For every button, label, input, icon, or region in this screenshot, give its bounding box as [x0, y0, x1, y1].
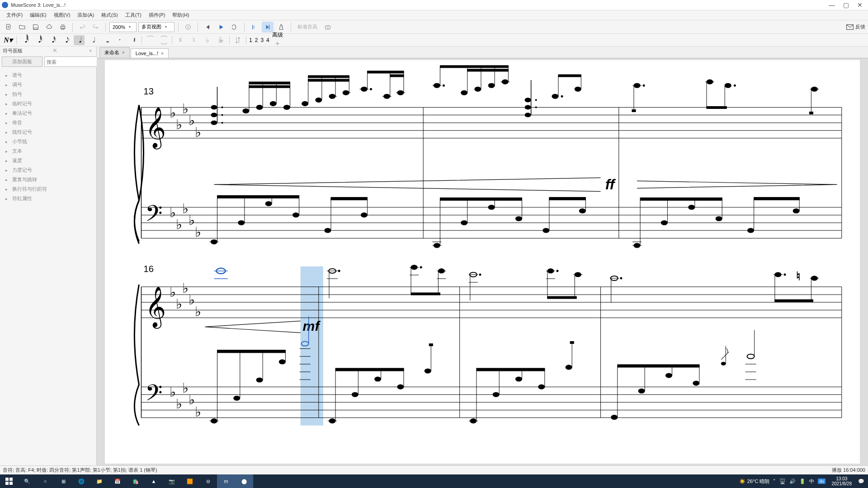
rewind-button[interactable] — [202, 22, 213, 33]
palette-item-tempo[interactable]: 速度 — [0, 156, 96, 165]
loop-button[interactable] — [229, 22, 241, 33]
tray-network-icon[interactable]: 🖥️ — [779, 479, 786, 484]
play-button[interactable] — [215, 22, 227, 33]
print-button[interactable] — [57, 22, 69, 33]
palette-item-clefs[interactable]: 谱号 — [0, 70, 96, 80]
taskbar-edge[interactable]: 🌐 — [72, 474, 90, 488]
palette-item-lines[interactable]: 线性记号 — [0, 127, 96, 137]
note-input-button[interactable]: N▾ — [3, 35, 14, 45]
tray-app-icon[interactable]: du — [818, 479, 825, 484]
palette-item-repeats[interactable]: 重复与跳转 — [0, 175, 96, 184]
palette-item-barlines[interactable]: 小节线 — [0, 137, 96, 146]
new-file-button[interactable] — [3, 22, 14, 33]
menu-file[interactable]: 文件(F) — [3, 12, 26, 19]
close-button[interactable]: ✕ — [857, 1, 863, 9]
camera-button[interactable] — [322, 22, 334, 33]
svg-rect-166 — [640, 198, 722, 201]
tray-ime[interactable]: 中 — [809, 478, 814, 485]
workspace-combo[interactable]: 高级 — [272, 31, 308, 39]
svg-point-88 — [475, 87, 481, 91]
palette-item-dynamics[interactable]: 力度记号 — [0, 165, 96, 175]
palette-item-keysig[interactable]: 调号 — [0, 80, 96, 89]
metronome-button[interactable] — [275, 22, 287, 33]
cortana-button[interactable]: ○ — [36, 474, 54, 488]
menu-plugins[interactable]: 插件(P) — [145, 12, 169, 19]
tray-chevron-icon[interactable]: ˄ — [773, 479, 776, 484]
note-dot[interactable]: · — [114, 35, 125, 45]
menu-add[interactable]: 添加(A) — [74, 12, 98, 19]
open-file-button[interactable] — [16, 22, 28, 33]
tie-button[interactable]: ⁀ — [145, 35, 156, 45]
taskview-button[interactable]: ⊞ — [54, 474, 72, 488]
taskbar-explorer[interactable]: 📁 — [90, 474, 108, 488]
add-palette-button[interactable]: 添加面板 — [2, 56, 42, 67]
voice-3[interactable]: 3 — [260, 37, 264, 43]
palette-item-grace[interactable]: 倚音 — [0, 118, 96, 127]
redo-button[interactable] — [90, 22, 102, 33]
svg-point-248 — [279, 360, 285, 364]
voice-2[interactable]: 2 — [255, 37, 258, 43]
search-button[interactable]: 🔍 — [18, 474, 36, 488]
tab-love-is[interactable]: Love_is...!× — [131, 48, 169, 58]
minimize-button[interactable]: — — [829, 1, 835, 9]
slur-button[interactable]: ⁐ — [158, 35, 169, 45]
note-16th[interactable]: 𝅘𝅥𝅰 — [47, 35, 57, 45]
repeat-end-button[interactable] — [262, 22, 274, 33]
image-capture-button[interactable] — [182, 22, 194, 33]
taskbar-store[interactable]: 🛍️ — [127, 474, 145, 488]
double-flat-button[interactable]: 𝄫 — [216, 35, 226, 45]
tray-battery-icon[interactable]: 🔋 — [799, 479, 806, 484]
taskbar-musescore[interactable]: m — [217, 474, 235, 488]
menu-edit[interactable]: 编辑(E) — [26, 12, 50, 19]
feedback-button[interactable]: 反馈 — [846, 23, 865, 30]
menu-view[interactable]: 视图(V) — [50, 12, 74, 19]
zoom-combo[interactable]: 200% — [109, 22, 137, 32]
palette-item-articulations[interactable]: 奏法记号 — [0, 108, 96, 118]
note-64th[interactable]: 𝅘𝅥𝅲 — [19, 35, 30, 45]
panel-pin-icon[interactable]: ⇱ — [53, 48, 57, 53]
menu-tools[interactable]: 工具(T) — [122, 12, 145, 19]
repeat-start-button[interactable] — [248, 22, 260, 33]
natural-button[interactable]: ♮ — [189, 35, 199, 45]
taskbar-clock[interactable]: 13:03 2021/8/28 — [829, 476, 855, 486]
svg-rect-58 — [249, 82, 290, 84]
voice-4[interactable]: 4 — [266, 37, 269, 43]
palette-item-timesig[interactable]: 拍号 — [0, 89, 96, 99]
notification-icon[interactable]: 💬 — [858, 479, 864, 484]
score-page[interactable]: 13 — [105, 60, 860, 464]
view-mode-combo[interactable]: 多页视图 — [138, 22, 175, 32]
panel-close-icon[interactable]: × — [89, 48, 92, 53]
note-32nd[interactable]: 𝅘𝅥𝅱 — [33, 35, 44, 45]
menu-help[interactable]: 帮助(H) — [169, 12, 193, 19]
note-8th[interactable]: 𝅘𝅥𝅮 — [60, 35, 71, 45]
palette-item-accidentals[interactable]: 临时记号 — [0, 99, 96, 108]
tray-volume-icon[interactable]: 🔊 — [789, 479, 796, 484]
taskbar-browser[interactable]: ⊝ — [199, 474, 217, 488]
cloud-button[interactable] — [43, 22, 55, 33]
palette-item-text[interactable]: 文本 — [0, 146, 96, 156]
taskbar-app2[interactable]: 📷 — [163, 474, 181, 488]
sharp-button[interactable]: ♯ — [175, 35, 186, 45]
tab-untitled[interactable]: 未命名× — [99, 47, 130, 58]
flip-button[interactable]: ⮃ — [232, 35, 243, 45]
taskbar-calendar[interactable]: 📅 — [108, 474, 127, 488]
flat-button[interactable]: ♭ — [202, 35, 213, 45]
taskbar-obs[interactable]: ⬤ — [235, 474, 253, 488]
palette-item-beamprops[interactable]: 符杠属性 — [0, 194, 96, 203]
rest-button[interactable]: 𝄽 — [128, 35, 139, 45]
taskbar-app3[interactable]: 🟧 — [181, 474, 199, 488]
note-whole[interactable]: 𝅝 — [101, 35, 112, 45]
start-button[interactable] — [0, 474, 18, 488]
voice-1[interactable]: 1 — [249, 37, 252, 43]
note-half[interactable]: 𝅗𝅥 — [87, 35, 98, 45]
note-quarter[interactable]: 𝅘𝅥 — [74, 35, 85, 45]
palette-item-breaks[interactable]: 换行符与行距符 — [0, 184, 96, 194]
menu-format[interactable]: 格式(S) — [98, 12, 122, 19]
weather-widget[interactable]: ☀️26°C 晴朗 — [739, 478, 770, 485]
tab-close-icon[interactable]: × — [161, 51, 164, 56]
tab-close-icon[interactable]: × — [122, 50, 125, 55]
maximize-button[interactable]: ▢ — [843, 1, 849, 9]
save-button[interactable] — [30, 22, 42, 33]
taskbar-app1[interactable]: ▲ — [145, 474, 163, 488]
undo-button[interactable] — [76, 22, 88, 33]
